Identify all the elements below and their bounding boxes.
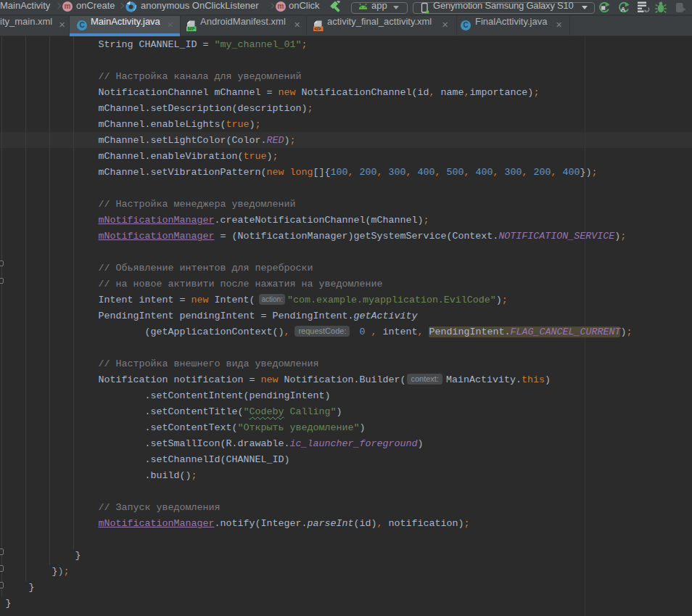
svg-text:MF: MF [188, 26, 196, 31]
svg-text:A: A [620, 5, 625, 13]
svg-text:</>: </> [314, 26, 321, 31]
